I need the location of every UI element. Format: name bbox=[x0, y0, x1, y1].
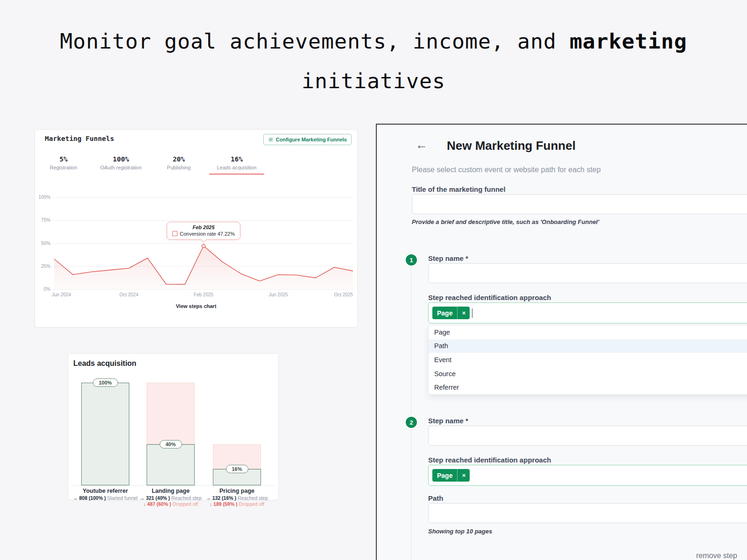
step-2-approach-label: Step reached identification approach bbox=[428, 456, 551, 464]
svg-text:Oct 2024: Oct 2024 bbox=[120, 292, 139, 297]
dropped-off-bar bbox=[147, 383, 195, 444]
step-2-path-label: Path bbox=[428, 494, 444, 502]
panel-title: New Marketing Funnel bbox=[447, 139, 576, 153]
heading-line-1: Monitor goal achievements, income, and m… bbox=[0, 21, 747, 61]
bars-chart-title: Leads acquisition bbox=[73, 359, 136, 368]
reached-step-bar bbox=[147, 444, 195, 485]
step-1-name-input[interactable] bbox=[428, 263, 747, 283]
dropdown-option-source[interactable]: Source bbox=[429, 367, 747, 381]
tag-remove-icon[interactable]: × bbox=[458, 472, 470, 479]
step-2-path-input[interactable] bbox=[428, 503, 747, 523]
approach-dropdown: PagePathEventSourceReferrer bbox=[428, 325, 747, 395]
dropdown-option-path[interactable]: Path bbox=[429, 339, 747, 353]
funnel-title-input[interactable] bbox=[412, 194, 747, 214]
bar-percent-badge: 40% bbox=[159, 440, 182, 448]
tooltip-date: Feb 2025 bbox=[172, 224, 235, 230]
svg-text:Jun 2024: Jun 2024 bbox=[52, 292, 71, 297]
bars-baseline bbox=[72, 485, 275, 486]
step-connector-line bbox=[411, 429, 411, 560]
dropdown-option-page[interactable]: Page bbox=[429, 325, 747, 339]
legend-swatch-icon bbox=[172, 231, 177, 236]
page-tag: Page × bbox=[432, 307, 470, 319]
bar-label-block: Youtube referrer→ 808 (100% ) Started fu… bbox=[68, 489, 143, 501]
step-1-name-label: Step name * bbox=[428, 254, 468, 262]
step-1-approach-label: Step reached identification approach bbox=[428, 294, 551, 301]
funnel-title-helper: Provide a brief and descriptive title, s… bbox=[412, 218, 599, 225]
svg-text:Jun 2025: Jun 2025 bbox=[268, 292, 288, 297]
svg-text:0%: 0% bbox=[44, 287, 51, 292]
page-tag-label: Page bbox=[432, 309, 457, 317]
step-2-badge: 2 bbox=[404, 415, 418, 429]
bar-label-block: Pricing page→ 132 (16% ) Reached step↓ 1… bbox=[200, 489, 275, 507]
marketing-funnels-card: Marketing Funnels Configure Marketing Fu… bbox=[35, 129, 358, 328]
svg-text:25%: 25% bbox=[41, 264, 50, 269]
svg-text:Oct 2025: Oct 2025 bbox=[334, 292, 353, 297]
tag-remove-icon[interactable]: × bbox=[458, 309, 470, 316]
funnel-title-label: Title of the marketing funnel bbox=[412, 185, 506, 193]
step-2-path-helper: Showing top 10 pages bbox=[428, 528, 492, 535]
step-1-approach-select[interactable]: Page × bbox=[428, 302, 747, 323]
reached-step-bar bbox=[81, 383, 129, 485]
page-tag-label: Page bbox=[432, 472, 457, 479]
svg-text:75%: 75% bbox=[41, 217, 50, 223]
page-heading: Monitor goal achievements, income, and m… bbox=[0, 21, 747, 101]
back-arrow-icon[interactable]: ← bbox=[416, 139, 428, 151]
bar-percent-badge: 100% bbox=[92, 378, 118, 387]
svg-text:50%: 50% bbox=[41, 241, 50, 246]
bar-label-block: Landing page→ 321 (40% ) Reached step↓ 4… bbox=[134, 489, 208, 507]
view-steps-chart-link[interactable]: View steps chart bbox=[35, 303, 357, 309]
leads-acquisition-card: Leads acquisition 100%Youtube referrer→ … bbox=[68, 353, 279, 500]
page-tag: Page × bbox=[432, 469, 470, 482]
panel-subtitle: Please select custom event or website pa… bbox=[412, 166, 601, 174]
step-2-name-input[interactable] bbox=[428, 426, 747, 446]
svg-text:Feb 2025: Feb 2025 bbox=[194, 292, 214, 297]
chart-tooltip: Feb 2025 Conversion rate 47.22% bbox=[167, 222, 240, 240]
step-connector-line bbox=[411, 267, 411, 415]
page: Monitor goal achievements, income, and m… bbox=[0, 0, 747, 560]
step-2-approach-select[interactable]: Page × bbox=[428, 465, 747, 486]
svg-text:100%: 100% bbox=[38, 195, 50, 200]
step-2-name-label: Step name * bbox=[428, 417, 468, 425]
text-cursor bbox=[472, 308, 472, 318]
bar-percent-badge: 16% bbox=[226, 465, 248, 473]
heading-line-2: initiatives bbox=[0, 61, 747, 101]
dropdown-option-referrer[interactable]: Referrer bbox=[429, 380, 747, 394]
step-1-badge: 1 bbox=[404, 253, 418, 267]
remove-step-link[interactable]: remove step bbox=[696, 552, 737, 560]
dropdown-option-event[interactable]: Event bbox=[429, 353, 747, 367]
tooltip-value: Conversion rate 47.22% bbox=[180, 231, 235, 237]
new-funnel-panel: ← New Marketing Funnel Please select cus… bbox=[376, 124, 747, 560]
